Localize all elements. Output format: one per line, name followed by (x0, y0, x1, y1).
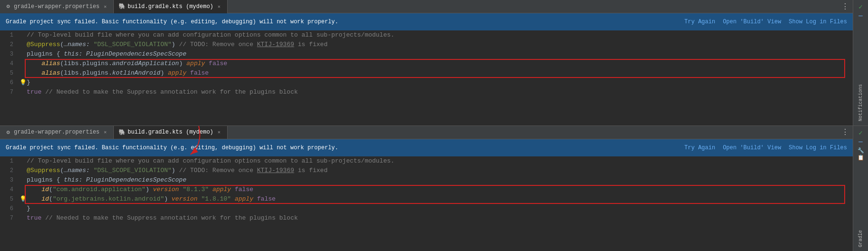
tab-close-build-gradle-top[interactable]: ✕ (216, 3, 222, 10)
bottom-code-4: id("com.android.application") version "8… (27, 185, 853, 194)
bottom-code-3: plugins { this: PluginDependenciesSpecSc… (27, 175, 853, 185)
top-code-4: alias(libs.plugins.androidApplication) a… (27, 59, 853, 68)
tab-label-gradle-wrapper-top: gradle-wrapper.properties (14, 3, 100, 10)
top-tab-bar: ⚙ gradle-wrapper.properties ✕ 🐘 build.gr… (0, 0, 853, 13)
sidebar-icon-1[interactable]: 🔧 (858, 147, 864, 154)
bottom-linenum-4: 4 (2, 185, 19, 194)
top-notification-actions: Try Again Open 'Build' View Show Log in … (684, 19, 847, 25)
bottom-notification-message: Gradle project sync failed. Basic functi… (6, 145, 339, 151)
bottom-code-5: id("org.jetbrains.kotlin.android") versi… (27, 194, 853, 204)
build-gradle-icon-bottom: 🐘 (119, 129, 125, 135)
gradle-label[interactable]: Gradle (858, 226, 863, 251)
top-notification-bar: Gradle project sync failed. Basic functi… (0, 13, 853, 30)
bottom-highlighted-block: 4 id("com.android.application") version … (0, 185, 853, 204)
bottom-open-build-link[interactable]: Open 'Build' View (723, 145, 781, 151)
check-icon-2: ✓ (858, 129, 862, 137)
bottom-notification-bar: Gradle project sync failed. Basic functi… (0, 139, 853, 156)
bottom-try-again-link[interactable]: Try Again (684, 145, 715, 151)
bottom-notification-actions: Try Again Open 'Build' View Show Log in … (684, 145, 847, 151)
top-line-3: 3 plugins { this: PluginDependenciesSpec… (0, 49, 853, 59)
bottom-line-6: 6 } (0, 204, 853, 213)
top-code-3: plugins { this: PluginDependenciesSpecSc… (27, 49, 853, 59)
gradle-wrapper-icon-bottom: ⚙ (5, 129, 11, 135)
bottom-code-7: true // Needed to make the Suppress anno… (27, 213, 853, 223)
bottom-line-7: 7 true // Needed to make the Suppress an… (0, 213, 853, 223)
bottom-code-2: @Suppress(…names: "DSL_SCOPE_VIOLATION")… (27, 166, 853, 175)
top-line-7: 7 true // Needed to make the Suppress an… (0, 87, 853, 97)
top-linenum-5: 5 (2, 68, 19, 78)
top-gutter-bulb-6[interactable]: 💡 (19, 78, 27, 87)
bottom-linenum-1: 1 (2, 156, 19, 166)
tab-more-bottom[interactable]: ⋮ (838, 127, 853, 137)
tab-gradle-wrapper-bottom[interactable]: ⚙ gradle-wrapper.properties ✕ (0, 126, 114, 139)
bottom-pane: ⚙ gradle-wrapper.properties ✕ 🐘 build.gr… (0, 126, 853, 251)
check-icon: ✓ (858, 3, 862, 11)
build-gradle-icon-top: 🐘 (119, 3, 125, 10)
bottom-line-5: 5 💡 id("org.jetbrains.kotlin.android") v… (0, 194, 853, 204)
tab-build-gradle-bottom[interactable]: 🐘 build.gradle.kts (mydemo) ✕ (114, 126, 228, 139)
top-code-section: 1 // Top-level build file where you can … (0, 30, 853, 126)
tab-close-gradle-wrapper-bottom[interactable]: ✕ (102, 129, 109, 135)
tab-gradle-wrapper-top[interactable]: ⚙ gradle-wrapper.properties ✕ (0, 0, 114, 13)
bottom-code-1: // Top-level build file where you can ad… (27, 156, 853, 166)
top-code-1: // Top-level build file where you can ad… (27, 30, 853, 40)
top-line-5: 5 alias(libs.plugins.kotlinAndroid) appl… (0, 68, 853, 78)
top-pane: ⚙ gradle-wrapper.properties ✕ 🐘 build.gr… (0, 0, 853, 126)
tab-close-build-gradle-bottom[interactable]: ✕ (216, 129, 222, 135)
bottom-linenum-2: 2 (2, 166, 19, 175)
bottom-show-log-link[interactable]: Show Log in Files (789, 145, 847, 151)
top-highlighted-block: 4 alias(libs.plugins.androidApplication)… (0, 59, 853, 78)
top-line-1: 1 // Top-level build file where you can … (0, 30, 853, 40)
bottom-line-4: 4 id("com.android.application") version … (0, 185, 853, 194)
top-line-4: 4 alias(libs.plugins.androidApplication)… (0, 59, 853, 68)
tab-more-top[interactable]: ⋮ (838, 2, 853, 11)
tab-label-build-gradle-bottom: build.gradle.kts (mydemo) (128, 129, 213, 135)
bottom-code-6: } (27, 204, 853, 213)
top-code-2: @Suppress(…names: "DSL_SCOPE_VIOLATION")… (27, 40, 853, 49)
notifications-panel: ✓ — Notifications (853, 0, 868, 126)
bottom-linenum-5: 5 (2, 194, 19, 204)
dash-icon-2: — (858, 138, 862, 145)
sidebar-icon-2[interactable]: 📋 (858, 154, 864, 161)
bottom-linenum-7: 7 (2, 213, 19, 223)
top-code-6: } (27, 78, 853, 87)
top-code-7: true // Needed to make the Suppress anno… (27, 87, 853, 97)
tab-close-gradle-wrapper-top[interactable]: ✕ (102, 3, 109, 10)
top-linenum-4: 4 (2, 59, 19, 68)
bottom-line-3: 3 plugins { this: PluginDependenciesSpec… (0, 175, 853, 185)
top-line-2: 2 @Suppress(…names: "DSL_SCOPE_VIOLATION… (0, 40, 853, 49)
top-linenum-2: 2 (2, 40, 19, 49)
top-line-6: 6 💡 } (0, 78, 853, 87)
notifications-label[interactable]: Notifications (858, 80, 863, 125)
tab-label-build-gradle-top: build.gradle.kts (mydemo) (128, 3, 213, 10)
top-notification-message: Gradle project sync failed. Basic functi… (6, 19, 339, 25)
two-panes: ⚙ gradle-wrapper.properties ✕ 🐘 build.gr… (0, 0, 853, 251)
bottom-code-section: 1 // Top-level build file where you can … (0, 156, 853, 251)
top-code-5: alias(libs.plugins.kotlinAndroid) apply … (27, 68, 853, 78)
top-linenum-7: 7 (2, 87, 19, 97)
top-open-build-link[interactable]: Open 'Build' View (723, 19, 781, 25)
bottom-line-2: 2 @Suppress(…names: "DSL_SCOPE_VIOLATION… (0, 166, 853, 175)
top-show-log-link[interactable]: Show Log in Files (789, 19, 847, 25)
top-linenum-1: 1 (2, 30, 19, 40)
gradle-wrapper-icon-top: ⚙ (5, 3, 11, 10)
bottom-gutter-bulb-5[interactable]: 💡 (19, 194, 27, 204)
top-try-again-link[interactable]: Try Again (684, 19, 715, 25)
bottom-code-inner: 1 // Top-level build file where you can … (0, 156, 853, 223)
bottom-tab-bar: ⚙ gradle-wrapper.properties ✕ 🐘 build.gr… (0, 126, 853, 139)
main-area: ⚙ gradle-wrapper.properties ✕ 🐘 build.gr… (0, 0, 853, 251)
tab-label-gradle-wrapper-bottom: gradle-wrapper.properties (14, 129, 100, 135)
bottom-linenum-6: 6 (2, 204, 19, 213)
bottom-line-1: 1 // Top-level build file where you can … (0, 156, 853, 166)
top-linenum-6: 6 (2, 78, 19, 87)
right-side-panels: ✓ — Notifications ✓ — 🔧 📋 Gradle (853, 0, 868, 251)
dash-icon: — (858, 12, 862, 19)
gradle-panel: ✓ — 🔧 📋 Gradle (853, 126, 868, 251)
top-code-inner: 1 // Top-level build file where you can … (0, 30, 853, 97)
bottom-linenum-3: 3 (2, 175, 19, 185)
tab-build-gradle-top[interactable]: 🐘 build.gradle.kts (mydemo) ✕ (114, 0, 228, 13)
top-linenum-3: 3 (2, 49, 19, 59)
